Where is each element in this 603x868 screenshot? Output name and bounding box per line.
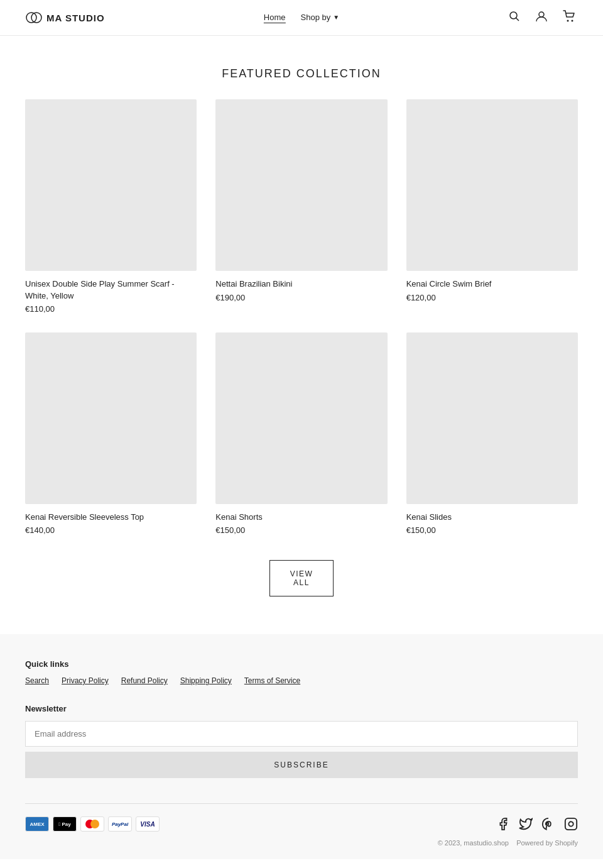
product-price-1: €190,00 [215,293,387,302]
site-header: MA STUDIO Home Shop by ▼ [0,0,603,36]
newsletter-form: SUBSCRIBE [25,721,578,778]
paypal-icon: PayPal [108,816,132,832]
product-price-5: €150,00 [406,525,578,535]
product-name-2: Kenai Circle Swim Brief [406,278,578,290]
svg-line-3 [516,18,519,21]
product-image-0 [25,99,197,271]
product-card-5[interactable]: Kenai Slides €150,00 [406,332,578,536]
product-card-4[interactable]: Kenai Shorts €150,00 [215,332,387,536]
nav-home[interactable]: Home [264,13,286,23]
svg-point-2 [510,12,517,19]
svg-point-5 [567,20,569,22]
powered-by: Powered by Shopify [516,839,578,847]
copyright-row: © 2023, mastudio.shop Powered by Shopify [25,839,578,847]
product-image-1 [215,99,387,271]
logo-text: MA STUDIO [46,13,105,23]
quick-links-section: Quick links Search Privacy Policy Refund… [25,659,578,685]
product-grid: Unisex Double Side Play Summer Scarf - W… [25,99,578,535]
svg-point-4 [539,12,544,17]
pinterest-icon[interactable] [541,817,555,831]
cart-button[interactable] [560,8,578,28]
facebook-icon[interactable] [496,817,510,831]
login-button[interactable] [533,8,550,28]
product-image-2 [406,99,578,271]
product-price-3: €140,00 [25,525,197,535]
subscribe-button[interactable]: SUBSCRIBE [25,752,578,778]
footer-bottom: AMEX  Pay PayPal VISA [25,803,578,832]
product-price-4: €150,00 [215,525,387,535]
twitter-icon[interactable] [519,817,533,831]
logo-icon [25,9,43,26]
search-button[interactable] [506,8,523,27]
svg-point-6 [572,20,573,22]
chevron-down-icon: ▼ [333,14,339,21]
view-all-container: VIEWALL [25,560,578,596]
product-image-4 [215,332,387,504]
quick-links-title: Quick links [25,659,578,669]
quick-link-terms[interactable]: Terms of Service [244,676,300,685]
product-name-0: Unisex Double Side Play Summer Scarf - W… [25,278,197,301]
product-card-3[interactable]: Kenai Reversible Sleeveless Top €140,00 [25,332,197,536]
amex-icon: AMEX [25,816,49,832]
product-name-4: Kenai Shorts [215,512,387,523]
main-content: FEATURED COLLECTION Unisex Double Side P… [0,67,603,596]
newsletter-section: Newsletter SUBSCRIBE [25,704,578,778]
product-card-2[interactable]: Kenai Circle Swim Brief €120,00 [406,99,578,314]
main-nav: Home Shop by ▼ [264,13,339,23]
newsletter-title: Newsletter [25,704,578,713]
email-input[interactable] [25,721,578,747]
header-actions [506,8,578,28]
product-name-3: Kenai Reversible Sleeveless Top [25,512,197,523]
product-price-2: €120,00 [406,293,578,302]
mastercard-icon [80,816,104,832]
visa-icon: VISA [136,816,160,832]
quick-links-list: Search Privacy Policy Refund Policy Ship… [25,676,578,685]
social-icons [496,817,578,831]
copyright-text: © 2023, mastudio.shop [438,839,509,847]
logo[interactable]: MA STUDIO [25,9,105,26]
product-price-0: €110,00 [25,304,197,314]
cart-icon [563,10,575,23]
product-image-5 [406,332,578,504]
featured-collection-title: FEATURED COLLECTION [25,67,578,80]
nav-shop-by[interactable]: Shop by ▼ [301,13,340,23]
product-card-1[interactable]: Nettai Brazilian Bikini €190,00 [215,99,387,314]
svg-rect-7 [565,818,577,830]
apple-pay-icon:  Pay [53,816,77,832]
site-footer: Quick links Search Privacy Policy Refund… [0,634,603,859]
product-name-5: Kenai Slides [406,512,578,523]
product-name-1: Nettai Brazilian Bikini [215,278,387,290]
quick-link-search[interactable]: Search [25,676,49,685]
search-icon [509,11,520,22]
payment-icons: AMEX  Pay PayPal VISA [25,816,160,832]
product-card-0[interactable]: Unisex Double Side Play Summer Scarf - W… [25,99,197,314]
view-all-button[interactable]: VIEWALL [269,560,334,596]
instagram-icon[interactable] [564,817,578,831]
product-image-3 [25,332,197,504]
quick-link-privacy[interactable]: Privacy Policy [62,676,109,685]
quick-link-refund[interactable]: Refund Policy [121,676,168,685]
quick-link-shipping[interactable]: Shipping Policy [180,676,232,685]
person-icon [535,10,548,23]
